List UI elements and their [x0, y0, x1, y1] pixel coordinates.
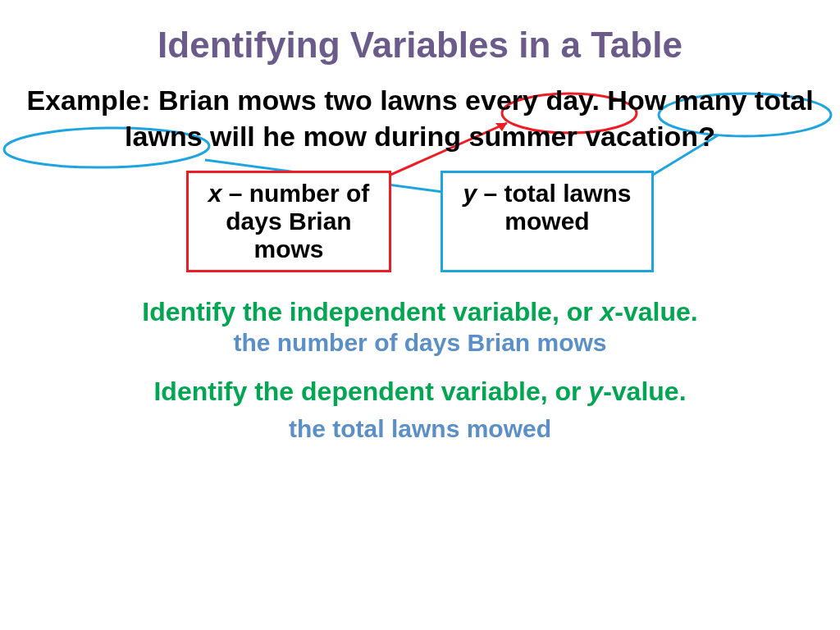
y-var: y: [463, 180, 477, 207]
instr2-var: y: [588, 377, 603, 406]
x-var: x: [208, 180, 222, 207]
instr1-var: x: [600, 297, 615, 326]
independent-answer: the number of days Brian mows: [0, 329, 840, 357]
slide-title: Identifying Variables in a Table: [0, 0, 840, 66]
example-prompt: Example: Brian mows two lawns every day.…: [0, 66, 840, 154]
instr2-post: -value.: [603, 377, 686, 406]
x-desc: – number of days Brian mows: [221, 180, 369, 262]
dependent-answer: the total lawns mowed: [0, 415, 840, 443]
y-desc: – total lawns mowed: [477, 180, 631, 235]
dependent-instruction: Identify the dependent variable, or y-va…: [0, 377, 840, 407]
independent-instruction: Identify the independent variable, or x-…: [0, 297, 840, 327]
x-variable-box: x – number of days Brian mows: [186, 171, 391, 272]
instr1-pre: Identify the independent variable, or: [142, 297, 600, 326]
variable-boxes: x – number of days Brian mows y – total …: [0, 171, 840, 272]
y-variable-box: y – total lawns mowed: [441, 171, 654, 272]
instr1-post: -value.: [614, 297, 697, 326]
instr2-pre: Identify the dependent variable, or: [153, 377, 588, 406]
